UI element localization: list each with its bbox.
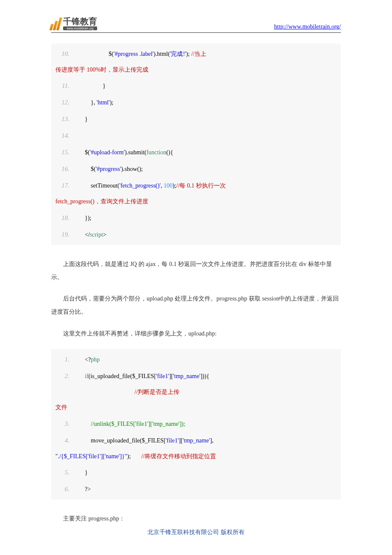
code-token: ][ — [169, 369, 173, 384]
line-number: 15. — [55, 144, 79, 161]
code-token: '完成!' — [170, 46, 186, 62]
code-token: 'tmp_name' — [183, 433, 210, 448]
code-token: ).html( — [153, 46, 170, 62]
code-token: } — [79, 112, 88, 127]
code-token: function — [147, 145, 167, 160]
code-token: fetch_progress()，查询文件上传进度 — [55, 194, 148, 209]
code-block-1: 10. $('#progress .label').html('完成!'); /… — [51, 43, 341, 245]
code-line: 文件 — [55, 400, 337, 415]
code-line: 17. setTimeout('fetch_progress()', 100);… — [55, 177, 337, 194]
code-token: $( — [79, 46, 114, 62]
code-token: }, — [79, 95, 97, 110]
code-token: //判断是否是上传 — [135, 384, 180, 400]
paragraph-1: 上面这段代码，就是通过 JQ 的 ajax，每 0.1 秒返回一次文件上传进度。… — [51, 258, 341, 284]
line-number: 5. — [55, 464, 79, 481]
code-line: 1. <?php — [55, 351, 337, 368]
code-line: 15. $('#upload-form').submit(function(){ — [55, 144, 337, 161]
code-token: ); — [110, 95, 113, 110]
code-token: ])){ — [200, 369, 209, 384]
code-block-2: 1. <?php2. if(is_uploaded_file($_FILES['… — [51, 349, 341, 500]
code-token: ], — [210, 433, 213, 448]
code-token: } — [79, 465, 88, 480]
code-line: 4. move_uploaded_file($_FILES['file1']['… — [55, 432, 337, 449]
logo-subtext: www.mobiletrain.org — [63, 26, 97, 30]
code-token — [79, 416, 91, 432]
code-line: 6. ?> — [55, 481, 337, 497]
paragraph-3: 这里文件上传就不再赘述，详细步骤参见上文，upload.php: — [51, 327, 341, 341]
line-number: 12. — [55, 94, 79, 111]
code-line: 10. $('#progress .label').html('完成!'); /… — [55, 46, 337, 62]
code-token: //unlink($_FILES['file1']['tmp_name']); — [91, 416, 185, 432]
code-token: '#progress .label' — [114, 46, 154, 62]
line-number: 18. — [55, 210, 79, 226]
line-number: 10. — [55, 46, 79, 62]
code-token: ][ — [179, 433, 182, 448]
line-number: 19. — [55, 226, 79, 243]
code-token: </ — [79, 227, 90, 243]
page-header: 千锋教育 www.mobiletrain.org http://www.mobi… — [51, 17, 341, 33]
paragraph-2: 后台代码，需要分为两个部分，upload.php 处理上传文件。progress… — [51, 292, 341, 319]
code-line: //判断是否是上传 — [55, 384, 337, 400]
code-token: ); — [186, 46, 191, 62]
code-line: 16. $('#progress').show(); — [55, 161, 337, 177]
line-number: 4. — [55, 432, 79, 449]
code-token: ).submit( — [125, 145, 147, 160]
code-token: php — [91, 352, 100, 367]
code-token: //将缓存文件移动到指定位置 — [141, 449, 216, 464]
code-line: "./{$_FILES['file1']['name']}"); //将缓存文件… — [55, 449, 337, 464]
line-number: 13. — [55, 111, 79, 127]
code-token: 'fetch_progress()' — [119, 178, 161, 194]
code-token: 'tmp_name' — [173, 369, 200, 384]
code-token: script — [90, 227, 103, 243]
code-token: (){ — [166, 145, 173, 160]
code-token: } — [79, 78, 106, 94]
logo: 千锋教育 www.mobiletrain.org — [51, 17, 97, 30]
document-page: 千锋教育 www.mobiletrain.org http://www.mobi… — [0, 0, 392, 555]
line-number: 11. — [55, 78, 79, 94]
logo-bars-icon — [49, 17, 62, 30]
code-token: }); — [79, 211, 91, 226]
code-token: '#upload-form' — [90, 145, 125, 160]
code-token — [55, 384, 135, 400]
code-token: 文件 — [55, 400, 67, 415]
code-token: <? — [79, 352, 91, 367]
code-token: 'file1' — [156, 369, 169, 384]
line-number: 1. — [55, 351, 79, 368]
code-line: 3. //unlink($_FILES['file1']['tmp_name']… — [55, 416, 337, 432]
page-footer: 北京千锋互联科技有限公司 版权所有 — [0, 529, 392, 536]
code-token — [79, 128, 81, 144]
header-url-link[interactable]: http://www.mobiletrain.org/ — [274, 23, 341, 30]
code-token: '#progress' — [96, 162, 121, 177]
code-token: ); — [173, 178, 176, 194]
code-line: 14. — [55, 127, 337, 144]
code-token: $( — [79, 162, 96, 177]
line-number: 2. — [55, 368, 79, 384]
code-line: 2. if(is_uploaded_file($_FILES['file1'][… — [55, 368, 337, 384]
code-token: ).show(); — [121, 162, 143, 177]
code-line: 19. </script> — [55, 226, 337, 243]
code-token: , — [161, 178, 164, 194]
code-token: ?> — [79, 482, 91, 497]
code-token: //每 0.1 秒执行一次 — [176, 178, 226, 194]
logo-text: 千锋教育 — [63, 17, 97, 26]
code-token: setTimeout( — [79, 178, 119, 194]
code-token: > — [103, 227, 107, 243]
code-token: (is_uploaded_file($_FILES[ — [89, 369, 156, 384]
code-token: ); — [127, 449, 141, 464]
line-number: 17. — [55, 177, 79, 194]
code-token: 传进度等于 100%时，显示上传完成 — [55, 62, 148, 78]
code-token — [79, 369, 85, 384]
code-line: 12. }, 'html'); — [55, 94, 337, 111]
line-number: 3. — [55, 416, 79, 432]
code-token: "./{$_FILES['file1']['name']}" — [55, 449, 127, 464]
paragraph-4: 主要关注 progress.php： — [51, 512, 341, 526]
code-line: 13. } — [55, 111, 337, 127]
code-token: if — [85, 369, 89, 384]
code-line: 11. } — [55, 78, 337, 94]
code-line: 18. }); — [55, 210, 337, 226]
line-number: 6. — [55, 481, 79, 497]
code-token: //当上 — [191, 46, 207, 62]
code-token: 'file1' — [166, 433, 179, 448]
code-token: $( — [79, 145, 90, 160]
code-token: move_uploaded_file($_FILES[ — [79, 433, 166, 448]
